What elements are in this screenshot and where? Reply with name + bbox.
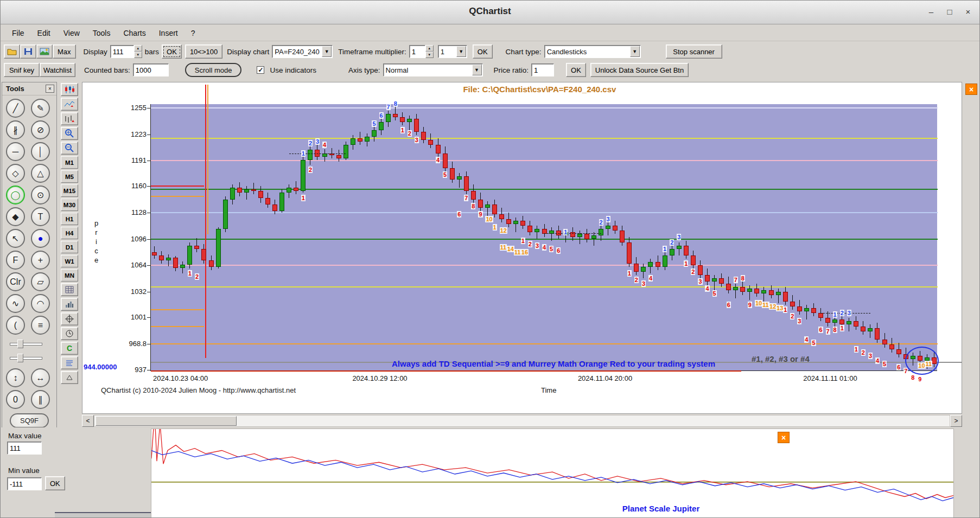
- vertical-line-tool[interactable]: │: [31, 142, 50, 161]
- diamond-tool[interactable]: ◇: [6, 164, 25, 183]
- open-file-button[interactable]: [4, 44, 20, 59]
- star-tool[interactable]: ◆: [6, 207, 25, 226]
- watchlist-button[interactable]: Watchlist: [40, 63, 75, 77]
- minmax-ok-button[interactable]: OK: [45, 476, 65, 490]
- menu-charts[interactable]: Charts: [117, 27, 151, 39]
- pencil-tool[interactable]: ✎: [31, 99, 50, 118]
- tools-panel-close-button[interactable]: ×: [46, 85, 54, 93]
- indicator-subchart[interactable]: Planet Scale Jupiter: [151, 429, 954, 518]
- indicator-chart-icon[interactable]: [61, 98, 78, 111]
- triangle-tool[interactable]: △: [31, 164, 50, 183]
- zoom-out-icon[interactable]: [61, 142, 78, 155]
- timeframe-ok-button[interactable]: OK: [473, 44, 493, 59]
- max-value-input[interactable]: [7, 442, 42, 455]
- timeframe-w1-button[interactable]: W1: [61, 255, 78, 267]
- timeframe-multiplier-spinner[interactable]: ▲▼: [425, 45, 434, 58]
- blue-dot-tool[interactable]: ●: [31, 229, 50, 248]
- minimize-button[interactable]: –: [924, 5, 938, 18]
- clock-icon[interactable]: [61, 327, 78, 340]
- price-ratio-ok-button[interactable]: OK: [566, 63, 586, 77]
- price-plot[interactable]: 1212341256781234567891011211141116123456…: [150, 104, 937, 371]
- zero-tool[interactable]: 0: [6, 390, 25, 409]
- trendline-tool[interactable]: ╱: [6, 99, 25, 118]
- scroll-track[interactable]: [94, 415, 950, 427]
- arc-tool[interactable]: ◠: [31, 294, 50, 313]
- wave-tool[interactable]: ∿: [6, 294, 25, 313]
- expand-horizontal-tool[interactable]: ↔: [31, 368, 50, 387]
- zoom-in-icon[interactable]: [61, 127, 78, 140]
- c-indicator-icon[interactable]: C: [61, 342, 78, 355]
- timeframe-d1-button[interactable]: D1: [61, 241, 78, 253]
- snif-key-button[interactable]: Snif key: [4, 63, 40, 77]
- display-bars-input[interactable]: [110, 45, 134, 58]
- stop-scanner-button[interactable]: Stop scanner: [666, 44, 722, 59]
- min-value-input[interactable]: [7, 477, 42, 490]
- expand-vertical-tool[interactable]: ↕: [6, 368, 25, 387]
- menu-help[interactable]: ?: [185, 27, 201, 39]
- display-bars-spinner[interactable]: ▲▼: [134, 45, 142, 58]
- eraser-tool[interactable]: ▱: [31, 272, 50, 291]
- menu-file[interactable]: File: [6, 27, 30, 39]
- bar-chart-icon[interactable]: [61, 112, 78, 125]
- timeframe-mn-button[interactable]: MN: [61, 269, 78, 282]
- timeframe-unit-combobox[interactable]: 1 ▼: [438, 45, 467, 58]
- max-button[interactable]: Max: [53, 44, 76, 59]
- curve-tool[interactable]: (: [6, 316, 25, 335]
- timeframe-m15-button[interactable]: M15: [61, 184, 78, 197]
- menu-insert[interactable]: Insert: [153, 27, 184, 39]
- display-ok-button[interactable]: OK: [162, 44, 182, 59]
- sq9f-button[interactable]: SQ9F: [10, 413, 49, 428]
- zoom-slider-1[interactable]: [10, 339, 50, 349]
- parallel-tool[interactable]: ∥: [31, 390, 50, 409]
- crosshair-circle-icon[interactable]: [61, 312, 78, 325]
- no-draw-tool[interactable]: ⊘: [31, 120, 50, 139]
- chevron-down-icon[interactable]: ▼: [630, 46, 640, 57]
- unlock-data-source-button[interactable]: Unlock Data Source Get Btn: [590, 63, 689, 77]
- maximize-button[interactable]: □: [943, 5, 957, 18]
- circle-pencil-tool[interactable]: ⊙: [31, 186, 50, 204]
- crosshair-tool[interactable]: +: [31, 251, 50, 270]
- chart-type-combobox[interactable]: Candlesticks ▼: [544, 45, 641, 58]
- ellipse-tool[interactable]: ◯: [6, 186, 25, 204]
- timeframe-multiplier-input[interactable]: [409, 45, 425, 58]
- chevron-down-icon[interactable]: ▼: [456, 46, 466, 57]
- histogram-icon[interactable]: [61, 298, 78, 311]
- chart-close-button[interactable]: ×: [965, 84, 977, 95]
- scroll-left-button[interactable]: <: [82, 415, 94, 427]
- timeframe-m1-button[interactable]: M1: [61, 156, 78, 169]
- counted-bars-input[interactable]: [133, 63, 169, 76]
- close-button[interactable]: ×: [961, 5, 975, 18]
- menu-edit[interactable]: Edit: [31, 27, 56, 39]
- menu-tools[interactable]: Tools: [87, 27, 117, 39]
- fibonacci-tool[interactable]: F: [6, 251, 25, 270]
- scroll-mode-button[interactable]: Scroll mode: [185, 63, 242, 77]
- timeframe-h1-button[interactable]: H1: [61, 213, 78, 225]
- timeframe-h4-button[interactable]: H4: [61, 227, 78, 239]
- indicator-close-button[interactable]: ×: [778, 432, 790, 443]
- candlestick-chart-icon[interactable]: [61, 83, 78, 96]
- chevron-down-icon[interactable]: ▼: [322, 46, 332, 57]
- up-arrow-icon[interactable]: [61, 371, 78, 384]
- channel-tool[interactable]: ∦: [6, 120, 25, 139]
- horizontal-line-tool[interactable]: ─: [6, 142, 25, 161]
- screenshot-button[interactable]: [36, 44, 53, 59]
- range-toggle-button[interactable]: 10<>100: [185, 44, 222, 59]
- timeframe-m30-button[interactable]: M30: [61, 199, 78, 211]
- timeframe-m5-button[interactable]: M5: [61, 170, 78, 183]
- price-ratio-input[interactable]: [531, 63, 554, 76]
- scroll-thumb[interactable]: [96, 416, 237, 426]
- menu-view[interactable]: View: [58, 27, 86, 39]
- lines-tool[interactable]: ≡: [31, 316, 50, 335]
- chevron-down-icon[interactable]: ▼: [472, 65, 482, 75]
- clear-tool[interactable]: Clr: [6, 272, 25, 291]
- title-bar[interactable]: QChartist – □ ×: [1, 1, 979, 24]
- symbol-combobox[interactable]: PA=F240_240 ▼: [272, 45, 333, 58]
- use-indicators-checkbox[interactable]: ✓: [257, 66, 264, 74]
- text-tool[interactable]: T: [31, 207, 50, 226]
- save-button[interactable]: [20, 44, 36, 59]
- axis-type-combobox[interactable]: Normal ▼: [383, 63, 483, 76]
- pointer-tool[interactable]: ↖: [6, 229, 25, 248]
- notes-icon[interactable]: [61, 356, 78, 369]
- grid-icon[interactable]: [61, 283, 78, 296]
- scroll-right-button[interactable]: >: [950, 415, 962, 427]
